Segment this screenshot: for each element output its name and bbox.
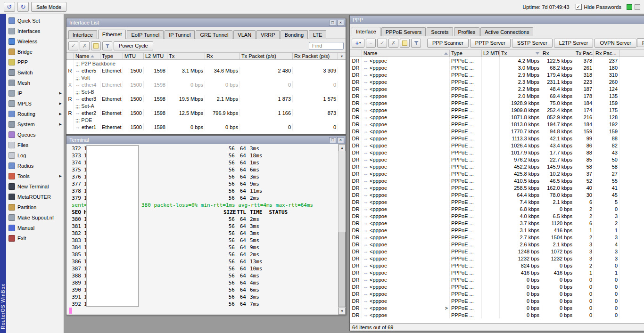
power-cycle-button[interactable]: Power Cycle — [114, 41, 153, 50]
l2mtu-column-header[interactable]: L2 MTU — [144, 53, 167, 59]
scroll-down-icon[interactable]: ▼ — [339, 308, 346, 315]
tab-ip-tunnel[interactable]: IP Tunnel — [165, 30, 195, 39]
sidebar-item-radius[interactable]: Radius — [6, 161, 64, 171]
ppp-find-button[interactable]: Find — [637, 38, 644, 47]
comment-button[interactable] — [91, 41, 101, 50]
scroll-up-icon[interactable]: ▲ — [339, 144, 346, 151]
interface-row[interactable]: R↔ether3Ethernet1500159819.5 Mbps2.1 Mbp… — [66, 95, 346, 102]
sidebar-item-tools[interactable]: Tools▶ — [6, 171, 64, 181]
interface-comment-row[interactable]: ;;; Volt — [66, 74, 346, 81]
sidebar-item-routing[interactable]: Routing▶ — [6, 109, 64, 119]
sstp-server-button[interactable]: SSTP Server — [512, 39, 553, 48]
sidebar-item-queues[interactable]: Queues — [6, 130, 64, 140]
close-button[interactable]: × — [337, 20, 344, 26]
sidebar-item-mesh[interactable]: Mesh — [6, 78, 64, 88]
sidebar-item-quick-set[interactable]: Quick Set — [6, 16, 64, 26]
interface-comment-row[interactable]: ;;; P2P Backbone — [66, 60, 346, 67]
undo-button[interactable]: ↺ — [4, 2, 15, 12]
name-column-header[interactable]: Name — [74, 53, 100, 59]
sidebar-item-interfaces[interactable]: Interfaces — [6, 26, 64, 36]
ppp-rx-pac-column-header[interactable]: Rx Pac... — [594, 50, 619, 57]
maximize-button[interactable]: □ — [329, 20, 336, 26]
ppp-tab-profiles[interactable]: Profiles — [454, 27, 480, 36]
interface-row[interactable]: X↔ether4Ethernet150015980 bps0 bps00 — [66, 81, 346, 88]
sidebar-item-files[interactable]: Files — [6, 140, 64, 150]
column-select-dropdown[interactable]: ▼ — [338, 53, 346, 59]
ovpn-server-button[interactable]: OVPN Server — [594, 39, 636, 48]
sidebar-item-bridge[interactable]: Bridge — [6, 47, 64, 57]
maximize-button[interactable]: □ — [329, 137, 336, 143]
flags-column-header[interactable] — [66, 53, 74, 59]
l2tp-server-button[interactable]: L2TP Server — [554, 39, 594, 48]
sidebar-item-mpls[interactable]: MPLS▶ — [6, 98, 64, 109]
tab-gre-tunnel[interactable]: GRE Tunnel — [196, 30, 232, 39]
safe-mode-button[interactable]: Safe Mode — [31, 2, 66, 12]
ppp-tab-interface[interactable]: Interface — [352, 27, 380, 36]
terminal-titlebar[interactable]: Terminal □ × — [66, 136, 346, 144]
comment-button[interactable] — [400, 39, 410, 48]
interface-comment-row[interactable]: ;;; Set-B — [66, 88, 346, 95]
interface-row[interactable]: ↔ether1Ethernet150015980 bps0 bps00 — [66, 123, 346, 130]
ppp-flags-column-header[interactable] — [350, 50, 362, 57]
sidebar-item-ip[interactable]: IP▶ — [6, 88, 64, 98]
ppp-tab-secrets[interactable]: Secrets — [427, 27, 453, 36]
sidebar-item-make-supout-rif[interactable]: Make Supout.rif — [6, 212, 64, 223]
tx-column-header[interactable]: Tx — [167, 53, 205, 59]
hide-passwords-checkbox[interactable]: ✓ — [576, 4, 582, 10]
disable-button[interactable]: ✗ — [80, 41, 90, 50]
redo-button[interactable]: ↻ — [17, 2, 29, 12]
interface-row[interactable]: R↔ether2Ethernet1500159812.5 Mbps796.9 k… — [66, 109, 346, 116]
interface-l2mtu: 1598 — [144, 81, 167, 88]
tab-vrrp[interactable]: VRRP — [256, 30, 280, 39]
filter-button[interactable] — [102, 41, 112, 50]
ppp-tx-column-header[interactable]: Tx — [500, 50, 541, 57]
tx-packet-column-header[interactable]: Tx Packet (p/s) — [240, 53, 293, 59]
remove-button[interactable]: − — [366, 39, 376, 48]
ppp-tx-pac-column-header[interactable]: Tx Pac... — [574, 50, 594, 57]
sidebar-item-manual[interactable]: Manual — [6, 223, 64, 233]
sidebar-item-switch[interactable]: Switch — [6, 67, 64, 78]
ppp-scanner-button[interactable]: PPP Scanner — [427, 39, 469, 48]
sidebar-item-system[interactable]: System▶ — [6, 119, 64, 130]
tab-interface[interactable]: Interface — [68, 30, 97, 39]
ppp-tab-active-connections[interactable]: Active Connections — [480, 27, 533, 36]
tab-vlan[interactable]: VLAN — [233, 30, 256, 39]
sidebar-item-exit[interactable]: Exit — [6, 233, 64, 244]
interface-list-titlebar[interactable]: Interface List □ × — [66, 18, 346, 27]
tab-eoip-tunnel[interactable]: EoIP Tunnel — [127, 30, 164, 39]
rx-packet-column-header[interactable]: Rx Packet (p/s) — [293, 53, 338, 59]
filter-button[interactable] — [411, 39, 421, 48]
find-input[interactable] — [309, 42, 344, 50]
ppp-l2mtu-column-header[interactable]: L2 MTU — [482, 50, 500, 57]
disable-button[interactable]: ✗ — [388, 39, 398, 48]
sidebar-item-log[interactable]: Log — [6, 150, 64, 161]
type-column-header[interactable]: Type — [100, 53, 123, 59]
ppp-tab-pppoe-servers[interactable]: PPPoE Servers — [381, 27, 426, 36]
interface-row[interactable]: R↔ether5Ethernet150015983.1 Mbps34.6 Mbp… — [66, 67, 346, 74]
sidebar-item-ppp[interactable]: PPP — [6, 57, 64, 67]
add-button[interactable]: +▾ — [352, 39, 364, 48]
interface-comment-row[interactable]: ;;; Set-A — [66, 102, 346, 109]
sidebar-item-wireless[interactable]: Wireless — [6, 36, 64, 47]
pptp-server-button[interactable]: PPTP Server — [470, 39, 511, 48]
ppp-name-column-header[interactable]: Name — [362, 50, 450, 57]
rx-column-header[interactable]: Rx — [205, 53, 240, 59]
enable-button[interactable]: ✓ — [68, 41, 78, 50]
tab-lte[interactable]: LTE — [309, 30, 326, 39]
scrollbar-thumb[interactable] — [339, 232, 346, 307]
ppp-type-column-header[interactable]: Type — [450, 50, 482, 57]
tab-ethernet[interactable]: Ethernet — [98, 30, 126, 39]
ppp-rx-column-header[interactable]: Rx — [541, 50, 574, 57]
tab-bonding[interactable]: Bonding — [281, 30, 308, 39]
interface-comment-row[interactable]: ;;; POE — [66, 116, 346, 123]
ppp-titlebar[interactable]: PPP □ × — [350, 16, 644, 24]
sidebar-item-label: Manual — [17, 225, 62, 231]
terminal-body[interactable]: 372156643ms3731566418ms374156641ms375156… — [66, 144, 346, 315]
sidebar-item-metarouter[interactable]: MetaROUTER — [6, 192, 64, 202]
close-button[interactable]: × — [337, 137, 344, 143]
mtu-column-header[interactable]: MTU — [123, 53, 144, 59]
sidebar-item-new-terminal[interactable]: New Terminal — [6, 181, 64, 192]
sidebar-item-partition[interactable]: Partition — [6, 202, 64, 212]
terminal-scrollbar[interactable]: ▲ ▼ — [338, 144, 346, 315]
enable-button[interactable]: ✓ — [377, 39, 387, 48]
